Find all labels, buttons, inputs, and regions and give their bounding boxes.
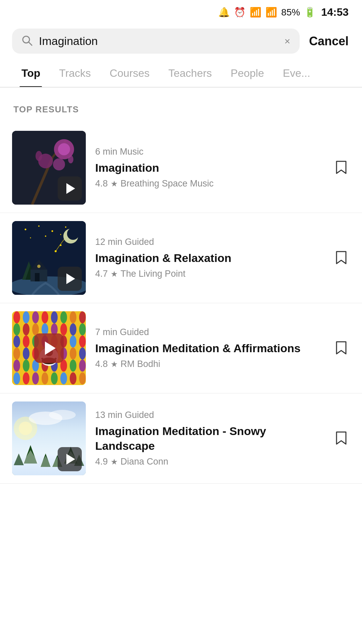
svg-point-35 [23, 311, 29, 323]
svg-line-1 [28, 42, 32, 45]
svg-point-20 [55, 250, 57, 252]
svg-point-8 [53, 158, 65, 170]
svg-point-17 [30, 237, 31, 238]
svg-point-34 [13, 311, 20, 323]
svg-point-76 [32, 372, 39, 384]
star-icon-2: ★ [111, 269, 118, 279]
play-button-1[interactable] [58, 176, 82, 201]
result-item-1: 6 min Music Imagination 4.8 ★ Breathing … [0, 123, 362, 213]
play-icon-2 [66, 273, 75, 284]
section-header: TOP RESULTS [0, 88, 362, 123]
svg-point-92 [19, 422, 32, 435]
result-thumbnail-4[interactable] [12, 401, 86, 475]
svg-point-15 [65, 226, 66, 228]
svg-point-94 [49, 410, 76, 420]
svg-point-78 [51, 372, 58, 384]
svg-point-10 [68, 155, 73, 163]
tab-courses[interactable]: Courses [100, 60, 159, 87]
result-title-2[interactable]: Imagination & Relaxation [95, 251, 323, 265]
bookmark-button-3[interactable] [333, 338, 350, 359]
status-icons: 🔔 ⏰ 📶 📶 85% 🔋 [218, 7, 316, 18]
status-time: 14:53 [321, 6, 349, 18]
bookmark-button-1[interactable] [333, 157, 350, 178]
svg-point-72 [70, 360, 76, 372]
svg-point-48 [70, 323, 76, 335]
cancel-button[interactable]: Cancel [308, 34, 350, 48]
result-rating-4: 4.9 ★ Diana Conn [95, 457, 323, 467]
play-button-2[interactable] [58, 267, 82, 291]
result-item-4: 13 min Guided Imagination Meditation - S… [0, 393, 362, 484]
result-info-3: 7 min Guided Imagination Meditation & Af… [95, 327, 323, 369]
result-meta-3: 7 min Guided [95, 327, 323, 337]
result-thumbnail-1[interactable] [12, 131, 86, 205]
svg-point-38 [51, 311, 58, 323]
bookmark-button-2[interactable] [333, 248, 350, 269]
result-meta-1: 6 min Music [95, 147, 323, 157]
svg-point-32 [37, 265, 41, 268]
svg-point-12 [25, 229, 26, 230]
search-icon [21, 35, 33, 48]
search-input[interactable]: Imagination [39, 35, 278, 48]
result-rating-3: 4.8 ★ RM Bodhi [95, 359, 323, 369]
play-icon-1 [66, 183, 75, 194]
svg-point-67 [23, 360, 29, 372]
result-title-3[interactable]: Imagination Meditation & Affirmations [95, 341, 323, 356]
star-icon-3: ★ [111, 360, 118, 369]
star-icon-4: ★ [111, 457, 118, 467]
bookmark-icon-2 [335, 250, 347, 265]
signal-icon: 📶 [265, 7, 277, 18]
svg-point-57 [79, 335, 86, 347]
result-rating-2: 4.7 ★ The Living Point [95, 269, 323, 279]
play-button-4[interactable] [58, 447, 82, 471]
result-item-3: 7 min Guided Imagination Meditation & Af… [0, 303, 362, 393]
bookmark-icon-3 [335, 340, 347, 355]
svg-point-21 [60, 245, 62, 246]
svg-point-56 [70, 335, 76, 347]
result-info-2: 12 min Guided Imagination & Relaxation 4… [95, 237, 323, 279]
result-title-4[interactable]: Imagination Meditation - Snowy Landscape [95, 424, 323, 453]
tab-tracks[interactable]: Tracks [50, 60, 100, 87]
svg-point-14 [52, 230, 53, 232]
tab-teachers[interactable]: Teachers [159, 60, 221, 87]
result-item-2: 12 min Guided Imagination & Relaxation 4… [0, 213, 362, 303]
svg-point-43 [23, 323, 29, 335]
result-meta-4: 13 min Guided [95, 410, 323, 420]
svg-point-37 [42, 311, 48, 323]
star-icon-1: ★ [111, 179, 118, 189]
bookmark-icon-1 [335, 160, 347, 175]
result-thumbnail-3[interactable] [12, 311, 86, 385]
tabs-container: Top Tracks Courses Teachers People Eve..… [0, 60, 362, 88]
svg-point-59 [23, 347, 29, 360]
svg-point-50 [13, 335, 20, 347]
bookmark-button-4[interactable] [333, 428, 350, 449]
status-bar: 🔔 ⏰ 📶 📶 85% 🔋 14:53 [0, 0, 362, 22]
svg-point-75 [23, 372, 29, 384]
tab-events[interactable]: Eve... [274, 60, 320, 87]
svg-rect-31 [35, 273, 40, 281]
svg-point-73 [79, 360, 86, 372]
search-clear-button[interactable]: × [284, 36, 290, 46]
svg-point-74 [13, 372, 20, 384]
result-title-1[interactable]: Imagination [95, 160, 323, 175]
tab-top[interactable]: Top [12, 60, 50, 87]
svg-point-65 [79, 347, 86, 360]
svg-point-39 [60, 311, 67, 323]
search-container: Imagination × Cancel [0, 22, 362, 60]
svg-point-19 [60, 234, 61, 235]
svg-point-80 [70, 372, 76, 384]
svg-point-18 [45, 235, 46, 237]
tab-people[interactable]: People [221, 60, 274, 87]
svg-point-6 [58, 143, 70, 155]
result-meta-2: 12 min Guided [95, 237, 323, 247]
result-thumbnail-2[interactable] [12, 221, 86, 295]
search-input-wrapper[interactable]: Imagination × [12, 29, 300, 54]
play-button-3[interactable] [34, 333, 64, 363]
battery-percent: 85% [281, 7, 300, 18]
wifi-icon: 📶 [250, 7, 261, 18]
result-info-1: 6 min Music Imagination 4.8 ★ Breathing … [95, 147, 323, 189]
svg-point-40 [70, 311, 76, 323]
svg-point-79 [60, 372, 67, 384]
svg-point-77 [42, 372, 48, 384]
svg-point-66 [13, 360, 20, 372]
svg-point-64 [70, 347, 76, 360]
